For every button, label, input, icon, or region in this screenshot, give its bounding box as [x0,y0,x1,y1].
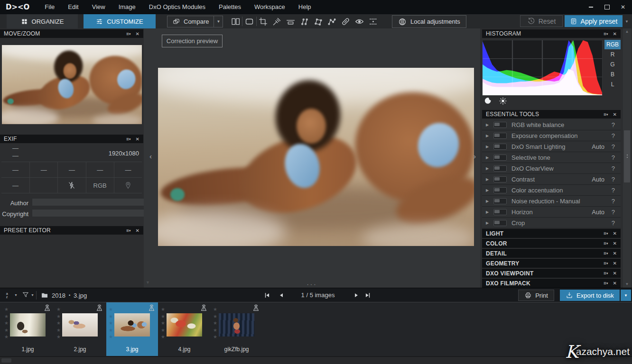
menu-item[interactable]: View [85,0,112,14]
folder-name[interactable]: 2018 [52,292,65,299]
menu-item[interactable]: DxO Optics Modules [142,0,212,14]
filmstrip-thumbnail[interactable]: 2.jpg [54,302,106,356]
panel-menu-icon[interactable] [126,31,130,36]
tool-row[interactable]: Contrast Auto ? [482,174,621,185]
filmstrip-scrollbar[interactable] [0,356,632,364]
star-rating-column[interactable] [161,306,165,341]
palette-header[interactable]: DXO FILMPACK [482,279,621,288]
menu-item[interactable]: Palettes [212,0,248,14]
filmstrip-splitter-handle[interactable]: ··· [307,281,317,288]
panel-menu-icon[interactable] [604,231,608,236]
last-image-button[interactable] [364,292,371,299]
tool-row[interactable]: Noise reduction - Manual ? [482,196,621,207]
first-image-button[interactable] [264,292,270,299]
optics-module-warning-icon[interactable] [95,304,103,312]
tool-row[interactable]: Exposure compensation ? [482,130,621,141]
panel-close-icon[interactable] [136,31,139,36]
collapse-right-panel-icon[interactable]: › [474,153,476,160]
collapse-left-panel-icon[interactable]: ‹ [149,153,152,160]
panel-close-icon[interactable] [136,136,139,142]
histogram-channel-button[interactable]: B [604,70,621,79]
tool-help-icon[interactable]: ? [612,198,615,205]
split-view-icon[interactable] [230,16,241,27]
tool-row[interactable]: Horizon Auto ? [482,207,621,218]
minimize-button[interactable] [587,7,594,8]
filmstrip-thumbnail[interactable]: 3.jpg [106,302,158,356]
star-rating-column[interactable] [109,306,113,341]
palette-header[interactable]: DXO VIEWPOINT [482,269,621,278]
tool-help-icon[interactable]: ? [612,209,615,216]
panel-menu-icon[interactable] [604,261,608,266]
tab-organize[interactable]: ORGANIZE [7,14,78,28]
expand-arrow-icon[interactable] [486,221,491,225]
highlight-clipping-sun-icon[interactable] [499,97,507,105]
menu-item[interactable]: Help [292,0,318,14]
reset-button[interactable]: Reset [520,15,563,27]
tool-enable-toggle[interactable] [493,220,507,226]
histogram-channel-button[interactable]: RGB [604,40,621,49]
optics-module-warning-icon[interactable] [148,304,156,312]
sort-button[interactable]: ▼ [5,291,18,299]
grid-selection-icon[interactable] [367,16,379,27]
tab-customize[interactable]: CUSTOMIZE [84,14,156,28]
filmstrip-thumbnail[interactable]: 1.jpg [2,302,54,356]
panel-close-icon[interactable] [613,281,617,286]
panel-menu-icon[interactable] [604,271,608,276]
scrollbar-thumb[interactable] [1,358,11,363]
compare-dropdown[interactable]: ▼ [214,16,223,27]
apply-preset-button[interactable]: Apply preset [565,15,623,27]
palette-header[interactable]: GEOMETRY [482,259,621,268]
tool-enable-toggle[interactable] [493,198,507,204]
panel-menu-icon[interactable] [604,251,608,256]
tool-enable-toggle[interactable] [493,155,507,161]
filter-button[interactable]: ▼ [22,291,34,299]
menu-item[interactable]: File [38,0,61,14]
print-button[interactable]: Print [518,290,554,301]
compare-button[interactable]: Compare ▼ [167,16,223,27]
panel-menu-icon[interactable] [604,281,608,286]
export-to-disk-button[interactable]: Export to disk [560,290,620,301]
shadow-clipping-moon-icon[interactable] [484,97,492,105]
author-input[interactable] [32,198,145,206]
tool-help-icon[interactable]: ? [612,121,615,128]
panel-close-icon[interactable] [613,261,617,266]
tool-help-icon[interactable]: ? [612,132,615,139]
panel-menu-icon[interactable] [126,228,130,233]
thumbnail-image[interactable] [62,313,98,337]
panel-close-icon[interactable] [613,241,617,246]
tool-enable-toggle[interactable] [493,133,507,139]
histogram-channel-button[interactable]: L [604,80,621,89]
expand-arrow-icon[interactable] [486,123,491,127]
expand-arrow-icon[interactable] [486,199,491,203]
panel-scroll-down-icon[interactable]: ▼ [146,280,150,285]
thumbnail-image[interactable] [114,313,150,337]
star-rating-column[interactable] [56,306,61,341]
tool-help-icon[interactable]: ? [612,176,615,183]
panel-menu-icon[interactable] [604,112,608,117]
eyedropper-icon[interactable] [271,16,282,27]
tool-enable-toggle[interactable] [493,187,507,193]
fit-screen-icon[interactable] [243,16,255,27]
copyright-input[interactable] [32,209,145,217]
star-rating-column[interactable] [4,306,9,341]
tool-row[interactable]: Selective tone ? [482,152,621,163]
next-image-button[interactable] [353,292,360,299]
panel-close-icon[interactable] [136,228,139,233]
export-dropdown[interactable]: ▼ [621,290,631,301]
force-parallels-icon[interactable] [298,16,310,27]
move-zoom-preview[interactable] [2,45,142,124]
previous-image-button[interactable] [278,292,285,299]
panel-close-icon[interactable] [613,231,617,236]
optics-module-warning-icon[interactable] [200,304,208,312]
rectangle-correction-icon[interactable] [312,16,324,27]
main-photo[interactable] [158,68,474,246]
expand-arrow-icon[interactable] [486,166,491,171]
thumbnail-image[interactable] [167,313,202,337]
tool-help-icon[interactable]: ? [612,143,615,150]
expand-arrow-icon[interactable] [486,210,491,214]
dust-removal-icon[interactable] [340,16,351,27]
star-rating-column[interactable] [213,306,217,341]
panel-close-icon[interactable] [613,271,617,276]
filmstrip-thumbnail[interactable]: 4.jpg [158,302,210,356]
optics-module-warning-icon[interactable] [252,304,260,312]
